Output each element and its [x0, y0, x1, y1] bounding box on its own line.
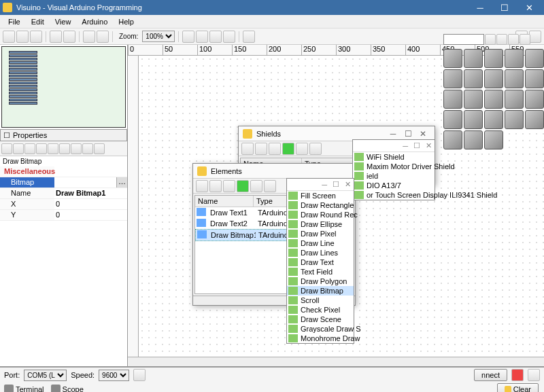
shields-add-icon[interactable]: [282, 143, 294, 155]
menu-help[interactable]: Help: [113, 16, 139, 27]
zoom-select[interactable]: 100%: [142, 31, 175, 42]
element-option[interactable]: Check Pixel: [287, 305, 354, 315]
palette-item[interactable]: [464, 69, 483, 88]
palette-item[interactable]: [443, 90, 462, 109]
picker-min-button[interactable]: ─: [403, 142, 408, 150]
redo-icon[interactable]: [97, 31, 109, 43]
element-option[interactable]: Draw Line: [287, 238, 354, 248]
shields-min-button[interactable]: ─: [386, 129, 401, 139]
prop-row-y[interactable]: Y0: [0, 210, 127, 221]
palette-item[interactable]: [525, 69, 544, 88]
shields-picker[interactable]: ─☐✕ WiFi Shield Maxim Motor Driver Shiel…: [352, 139, 435, 200]
palette-item[interactable]: [505, 49, 524, 68]
delete-icon[interactable]: [243, 31, 255, 43]
picker-close-button[interactable]: ✕: [345, 180, 351, 189]
palette-item[interactable]: [464, 49, 483, 68]
element-option[interactable]: Fill Screen: [287, 191, 354, 200]
settings-icon[interactable]: [528, 369, 540, 381]
element-option[interactable]: Text Field: [287, 267, 354, 277]
undo-icon[interactable]: [83, 31, 95, 43]
palette-item[interactable]: [525, 110, 544, 129]
menu-arduino[interactable]: Arduino: [76, 16, 113, 27]
elements-down-icon[interactable]: [264, 180, 276, 192]
disconnect-icon[interactable]: [511, 369, 524, 381]
connect-button[interactable]: nnect: [474, 369, 507, 381]
palette-item[interactable]: [464, 110, 483, 129]
picker-min-button[interactable]: ─: [322, 181, 327, 189]
palette-tool3-icon[interactable]: [508, 34, 519, 45]
element-option[interactable]: Grayscale Draw S: [287, 324, 354, 334]
element-option[interactable]: Draw Text: [287, 257, 354, 267]
shield-option[interactable]: WiFi Shield: [353, 152, 435, 162]
element-option[interactable]: Scroll: [287, 296, 354, 305]
shields-down-icon[interactable]: [309, 143, 322, 155]
prop-row-name[interactable]: NameDraw Bitmap1: [0, 188, 127, 199]
menu-file[interactable]: File: [3, 16, 26, 27]
maximize-button[interactable]: ☐: [492, 0, 517, 15]
prop-expand-icon[interactable]: [24, 143, 35, 154]
palette-item[interactable]: [525, 90, 544, 109]
tab-terminal[interactable]: Terminal: [4, 385, 44, 392]
prop-row-x[interactable]: X0: [0, 199, 127, 210]
prop-alpha-icon[interactable]: [13, 143, 24, 154]
palette-filter-icon[interactable]: [485, 34, 496, 45]
palette-item[interactable]: [484, 90, 503, 109]
prop-tool8-icon[interactable]: [82, 143, 93, 154]
palette-item[interactable]: [484, 49, 503, 68]
copy-icon[interactable]: [63, 31, 75, 43]
element-option[interactable]: Draw Bitmap: [287, 286, 354, 296]
prop-tool9-icon[interactable]: [94, 143, 105, 154]
palette-item[interactable]: [505, 90, 524, 109]
shields-tool1-icon[interactable]: [241, 143, 254, 155]
minimize-button[interactable]: ─: [468, 0, 492, 15]
shield-option[interactable]: ield: [353, 171, 435, 181]
speed-select[interactable]: 9600: [99, 370, 129, 381]
elements-tool3-icon[interactable]: [223, 180, 235, 192]
prop-row-bitmap[interactable]: Bitmap…: [0, 177, 127, 188]
shield-option[interactable]: or Touch Screen Display ILI9341 Shield: [353, 190, 435, 200]
elements-up-icon[interactable]: [250, 180, 262, 192]
shields-up-icon[interactable]: [296, 143, 308, 155]
picker-max-button[interactable]: ☐: [333, 180, 339, 189]
clear-button[interactable]: Clear: [497, 383, 539, 392]
palette-item[interactable]: [505, 69, 524, 88]
palette-tool2-icon[interactable]: [496, 34, 507, 45]
zoom-out-icon[interactable]: [196, 31, 208, 43]
cut-icon[interactable]: [50, 31, 62, 43]
open-icon[interactable]: [16, 31, 29, 43]
port-select[interactable]: COM5 (L: [24, 370, 67, 381]
palette-item[interactable]: [484, 69, 503, 88]
menu-view[interactable]: View: [50, 16, 77, 27]
prop-tool6-icon[interactable]: [59, 143, 70, 154]
palette-item[interactable]: [484, 110, 503, 129]
properties-grid[interactable]: Miscellaneous Bitmap… NameDraw Bitmap1 X…: [0, 166, 127, 366]
shields-close-button[interactable]: ✕: [415, 129, 430, 139]
picker-max-button[interactable]: ☐: [413, 141, 420, 150]
shields-tool2-icon[interactable]: [255, 143, 267, 155]
arduino-component[interactable]: [9, 51, 37, 119]
canvas-scrollbar-h[interactable]: [128, 357, 544, 366]
palette-item[interactable]: [443, 69, 462, 88]
palette-item[interactable]: [464, 90, 483, 109]
port-tool-icon[interactable]: [133, 369, 146, 381]
element-option[interactable]: Draw Round Rec: [287, 210, 354, 219]
palette-item[interactable]: [484, 130, 503, 149]
palette-item[interactable]: [505, 110, 524, 129]
menu-edit[interactable]: Edit: [26, 16, 50, 27]
shields-tool3-icon[interactable]: [269, 143, 281, 155]
palette-search-input[interactable]: [443, 34, 484, 45]
element-option[interactable]: Draw Pixel: [287, 229, 354, 238]
palette-item[interactable]: [443, 49, 462, 68]
elements-add-icon[interactable]: [237, 180, 249, 192]
element-option[interactable]: Draw Rectangle: [287, 200, 354, 210]
prop-tool7-icon[interactable]: [71, 143, 82, 154]
prop-categorize-icon[interactable]: [1, 143, 12, 154]
element-option[interactable]: Monohrome Draw: [287, 334, 354, 343]
palette-item[interactable]: [443, 110, 462, 129]
elements-picker[interactable]: ─☐✕ Fill ScreenDraw RectangleDraw Round …: [286, 178, 354, 344]
palette-tool4-icon[interactable]: [520, 34, 530, 45]
picker-close-button[interactable]: ✕: [426, 141, 432, 150]
shields-max-button[interactable]: ☐: [401, 129, 415, 139]
save-icon[interactable]: [30, 31, 42, 43]
new-icon[interactable]: [3, 31, 15, 43]
